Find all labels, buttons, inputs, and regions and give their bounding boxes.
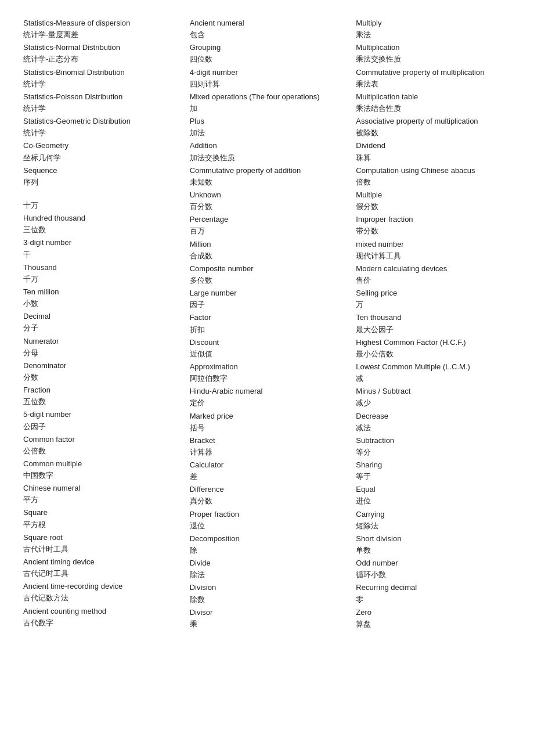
entry-chinese: 假分数 xyxy=(356,201,511,213)
entry-chinese: 公因子 xyxy=(23,421,178,433)
entry-english: Commutative property of multiplication xyxy=(356,67,511,78)
list-item: Approximation阿拉伯数字 xyxy=(190,361,345,384)
entry-english: Odd number xyxy=(356,557,511,569)
list-item: Fraction五位数 xyxy=(23,384,178,408)
entry-english: Zero xyxy=(356,607,511,618)
entry-english: 5-digit number xyxy=(23,409,178,420)
list-item: Multiply乘法 xyxy=(356,17,511,41)
entry-english: Equal xyxy=(356,484,511,495)
entry-english: Subtraction xyxy=(356,435,511,447)
list-item: Statistics-Poisson Distribution统计学 xyxy=(23,91,178,114)
list-item: Sharing等于 xyxy=(356,459,511,483)
list-item: Addition加法交换性质 xyxy=(190,140,345,163)
list-item: Computation using Chinese abacus倍数 xyxy=(356,165,511,188)
entry-english: Sequence xyxy=(23,165,178,177)
list-item: 十万 xyxy=(23,200,178,211)
entry-chinese: 短除法 xyxy=(356,520,511,532)
entry-chinese: 包含 xyxy=(190,29,345,41)
list-item: Improper fraction带分数 xyxy=(356,214,511,237)
entry-chinese: 阿拉伯数字 xyxy=(190,373,345,384)
entry-english: Multiplication xyxy=(356,42,511,53)
entry-chinese: 五位数 xyxy=(23,396,178,408)
entry-english: Selling price xyxy=(356,287,511,299)
entry-chinese: 倍数 xyxy=(356,177,511,188)
entry-chinese: 除数 xyxy=(190,594,345,606)
list-item: Multiplication table乘法结合性质 xyxy=(356,91,511,114)
entry-chinese: 百分数 xyxy=(190,201,345,213)
list-item: 3-digit number千 xyxy=(23,237,178,260)
entry-chinese: 折扣 xyxy=(190,324,345,336)
list-item: Difference真分数 xyxy=(190,484,345,507)
entry-chinese: 统计学-量度离差 xyxy=(23,29,178,41)
list-item: Percentage百万 xyxy=(190,214,345,237)
entry-chinese: 统计学 xyxy=(23,127,178,139)
entry-english: Dividend xyxy=(356,140,511,152)
list-item: Multiplication乘法交换性质 xyxy=(356,42,511,65)
entry-chinese: 合成数 xyxy=(190,250,345,262)
entry-english: Chinese numeral xyxy=(23,483,178,494)
list-item: Hindu-Arabic numeral定价 xyxy=(190,386,345,409)
entry-english: Minus / Subtract xyxy=(356,386,511,397)
entry-english: Square root xyxy=(23,532,178,543)
entry-english: Plus xyxy=(190,116,345,127)
entry-chinese: 差 xyxy=(190,471,345,483)
list-item: Calculator差 xyxy=(190,459,345,483)
entry-english: Associative property of multiplication xyxy=(356,116,511,127)
entry-chinese: 零 xyxy=(356,594,511,606)
list-item: Ancient counting method古代数字 xyxy=(23,606,178,629)
entry-chinese: 坐标几何学 xyxy=(23,152,178,164)
entry-english: mixed number xyxy=(356,239,511,250)
entry-english: Marked price xyxy=(190,411,345,422)
entry-chinese: 带分数 xyxy=(356,225,511,237)
list-item: Ancient timing device古代记时工具 xyxy=(23,556,178,579)
entry-english: Calculator xyxy=(190,459,345,471)
entry-english: Modern calculating devices xyxy=(356,263,511,275)
entry-chinese: 近似值 xyxy=(190,348,345,360)
entry-chinese: 十万 xyxy=(23,200,178,211)
entry-english: Common multiple xyxy=(23,458,178,470)
list-item: Grouping四位数 xyxy=(190,42,345,65)
list-item: Discount近似值 xyxy=(190,337,345,360)
list-item: Large number因子 xyxy=(190,287,345,311)
list-item: Bracket计算器 xyxy=(190,435,345,458)
column-1: Statistics-Measure of dispersion统计学-量度离差… xyxy=(23,17,178,631)
list-item: Statistics-Geometric Distribution统计学 xyxy=(23,116,178,139)
entry-english: Decimal xyxy=(23,311,178,322)
entry-chinese: 三位数 xyxy=(23,224,178,236)
entry-english: Thousand xyxy=(23,262,178,273)
entry-english: Approximation xyxy=(190,361,345,373)
entry-chinese: 四则计算 xyxy=(190,78,345,90)
entry-english: Fraction xyxy=(23,384,178,396)
list-item: Subtraction等分 xyxy=(356,435,511,458)
entry-chinese: 算盘 xyxy=(356,618,511,630)
list-item: Denominator分数 xyxy=(23,360,178,383)
entry-english: Statistics-Poisson Distribution xyxy=(23,91,178,103)
entry-english: Lowest Common Multiple (L.C.M.) xyxy=(356,361,511,373)
entry-english: Co-Geometry xyxy=(23,140,178,152)
entry-english: Ancient counting method xyxy=(23,606,178,617)
entry-english: Discount xyxy=(190,337,345,348)
entry-english: Grouping xyxy=(190,42,345,53)
entry-chinese: 乘法交换性质 xyxy=(356,53,511,65)
entry-english: Ancient numeral xyxy=(190,17,345,29)
list-item: Numerator分母 xyxy=(23,336,178,359)
list-item: Statistics-Measure of dispersion统计学-量度离差 xyxy=(23,17,178,41)
entry-chinese: 单数 xyxy=(356,545,511,556)
entry-english: Multiple xyxy=(356,189,511,201)
entry-english: Unknown xyxy=(190,189,345,201)
entry-english: Bracket xyxy=(190,435,345,447)
entry-chinese: 乘法结合性质 xyxy=(356,103,511,114)
entry-chinese: 多位数 xyxy=(190,275,345,286)
entry-chinese: 四位数 xyxy=(190,53,345,65)
list-item: Divide除法 xyxy=(190,557,345,581)
entry-english: Divisor xyxy=(190,607,345,618)
entry-chinese: 售价 xyxy=(356,275,511,286)
entry-chinese: 古代记时工具 xyxy=(23,568,178,579)
list-item: Division除数 xyxy=(190,582,345,605)
entry-chinese: 括号 xyxy=(190,422,345,434)
entry-english: Sharing xyxy=(356,459,511,471)
entry-chinese: 统计学 xyxy=(23,78,178,90)
list-item: Chinese numeral平方 xyxy=(23,483,178,506)
entry-english: Commutative property of addition xyxy=(190,165,345,177)
list-item: Co-Geometry坐标几何学 xyxy=(23,140,178,163)
